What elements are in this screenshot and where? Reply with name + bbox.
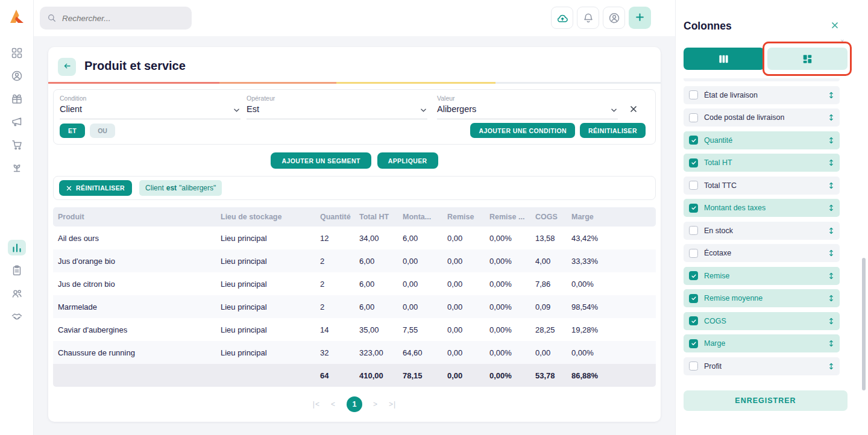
checkbox-checked[interactable] [689, 158, 698, 167]
column-toggle-item[interactable]: Total HT [684, 154, 840, 172]
column-toggle-item[interactable]: COGS [684, 312, 840, 330]
column-header[interactable]: Lieu de stockage [216, 213, 315, 221]
table-row[interactable]: MarmeladeLieu principal26,000,000,000,00… [53, 295, 656, 318]
reorder-updown-icon[interactable] [828, 136, 834, 145]
reorder-updown-icon[interactable] [828, 113, 834, 122]
reorder-updown-icon[interactable] [828, 227, 834, 235]
back-button[interactable] [58, 58, 76, 76]
filter-chip[interactable]: Client est "alibergers" [139, 180, 222, 196]
checkbox-checked[interactable] [689, 136, 698, 145]
sidebar-item-plant[interactable] [8, 160, 26, 175]
reorder-updown-icon[interactable] [828, 294, 834, 302]
and-toggle-button[interactable]: ET [60, 124, 85, 138]
condition-value: Client [60, 104, 241, 114]
sidebar-item-megaphone[interactable] [8, 114, 26, 130]
sidebar-item-handshake[interactable] [8, 308, 26, 324]
checkbox-unchecked[interactable] [689, 90, 698, 99]
column-header[interactable]: Remise [442, 213, 485, 221]
notifications-button[interactable] [577, 7, 599, 29]
column-toggle-item[interactable]: Marge [684, 334, 840, 352]
table-cell: Ail des ours [53, 234, 216, 243]
column-toggle-item[interactable]: Profit [684, 357, 840, 375]
sidebar-item-apps-grid[interactable] [8, 45, 26, 61]
save-button[interactable]: ENREGISTRER [684, 390, 848, 411]
column-header[interactable]: Monta... [398, 213, 442, 221]
checkbox-unchecked[interactable] [689, 113, 698, 122]
or-toggle-button[interactable]: OU [90, 124, 115, 138]
reset-filter-button[interactable]: RÉINITIALISER [580, 123, 646, 138]
reorder-updown-icon[interactable] [828, 249, 834, 257]
column-toggle-item[interactable]: Remise [684, 267, 840, 285]
checkbox-unchecked[interactable] [689, 226, 698, 235]
search-input[interactable] [62, 14, 184, 23]
column-header[interactable]: Remise ... [485, 213, 530, 221]
column-header[interactable]: Quantité [315, 213, 354, 221]
add-segment-button[interactable]: AJOUTER UN SEGMENT [271, 152, 371, 169]
close-panel-button[interactable] [831, 22, 838, 29]
prev-page-button[interactable]: < [331, 400, 336, 408]
reorder-updown-icon[interactable] [828, 317, 834, 325]
table-row[interactable]: Jus d'orange bioLieu principal26,000,000… [53, 249, 656, 272]
checkbox-checked[interactable] [689, 316, 698, 325]
column-toggle-item[interactable]: Code postal de livraison [684, 108, 840, 127]
brand-logo-icon[interactable] [8, 7, 26, 25]
column-header[interactable]: Produit [53, 213, 216, 221]
table-row[interactable]: Caviar d'auberginesLieu principal1435,00… [53, 318, 656, 341]
table-row[interactable]: Chaussure de runningLieu principal32323,… [53, 341, 656, 364]
reorder-updown-icon[interactable] [828, 158, 834, 167]
sidebar-item-cart[interactable] [8, 137, 26, 152]
column-header[interactable]: Total HT [354, 213, 398, 221]
reorder-updown-icon[interactable] [828, 272, 834, 280]
scrollbar-thumb[interactable] [862, 258, 866, 390]
sidebar-item-gift[interactable] [8, 91, 26, 107]
sidebar-item-users[interactable] [8, 286, 26, 301]
current-page-button[interactable]: 1 [347, 396, 362, 412]
column-toggle-item[interactable]: Montant des taxes [684, 199, 840, 217]
reorder-updown-icon[interactable] [828, 91, 834, 99]
column-toggle-item[interactable]: État de livraison [684, 86, 840, 104]
cloud-sync-button[interactable] [551, 7, 573, 29]
add-button[interactable] [629, 7, 651, 29]
table-cell: 0,00% [567, 348, 656, 357]
reorder-updown-icon[interactable] [828, 181, 834, 190]
reorder-updown-icon[interactable] [828, 339, 834, 348]
sidebar-item-bar-chart[interactable] [8, 240, 26, 255]
column-toggle-item[interactable]: Quantité [684, 131, 840, 149]
search-box[interactable] [40, 7, 192, 30]
checkbox-unchecked[interactable] [689, 361, 698, 371]
account-button[interactable] [603, 7, 625, 29]
column-header[interactable]: Marge [567, 213, 656, 221]
column-toggle-item[interactable]: Total TTC [684, 177, 840, 195]
sidebar-item-clipboard[interactable] [8, 263, 26, 278]
remove-condition-button[interactable] [630, 105, 637, 113]
checkbox-checked[interactable] [689, 271, 698, 280]
tab-cards-view[interactable] [767, 48, 848, 70]
last-page-button[interactable]: >| [389, 400, 396, 408]
column-toggle-item[interactable]: En stock [684, 222, 840, 240]
reorder-updown-icon[interactable] [828, 204, 834, 212]
operator-select[interactable]: Opérateur Est [247, 95, 427, 119]
checkbox-checked[interactable] [689, 204, 698, 213]
value-select[interactable]: Valeur Alibergers [437, 95, 618, 119]
table-cell: 0,00% [485, 325, 530, 334]
checkbox-unchecked[interactable] [689, 181, 698, 190]
column-toggle-item[interactable]: Remise moyenne [684, 289, 840, 307]
filter-panel: Condition Client Opérateur Est Valeur Al… [53, 89, 656, 145]
add-condition-button[interactable]: AJOUTER UNE CONDITION [470, 123, 575, 138]
checkbox-checked[interactable] [689, 294, 698, 303]
table-row[interactable]: Jus de citron bioLieu principal26,000,00… [53, 272, 656, 295]
reset-chips-button[interactable]: RÉINITIALISER [59, 180, 132, 196]
column-toggle-item[interactable]: Écotaxe [684, 244, 840, 262]
checkbox-checked[interactable] [689, 339, 698, 348]
column-header[interactable]: COGS [530, 213, 567, 221]
sidebar-item-user-circle[interactable] [8, 68, 26, 84]
next-page-button[interactable]: > [373, 400, 378, 408]
checkbox-unchecked[interactable] [689, 249, 698, 258]
first-page-button[interactable]: |< [313, 400, 320, 408]
reorder-updown-icon[interactable] [828, 362, 834, 371]
table-row[interactable]: Ail des oursLieu principal1234,006,000,0… [53, 227, 656, 249]
apply-button[interactable]: APPLIQUER [377, 152, 438, 169]
condition-select[interactable]: Condition Client [60, 95, 241, 119]
table-cell: 0,00 [442, 325, 485, 334]
tab-columns-view[interactable] [684, 48, 764, 70]
